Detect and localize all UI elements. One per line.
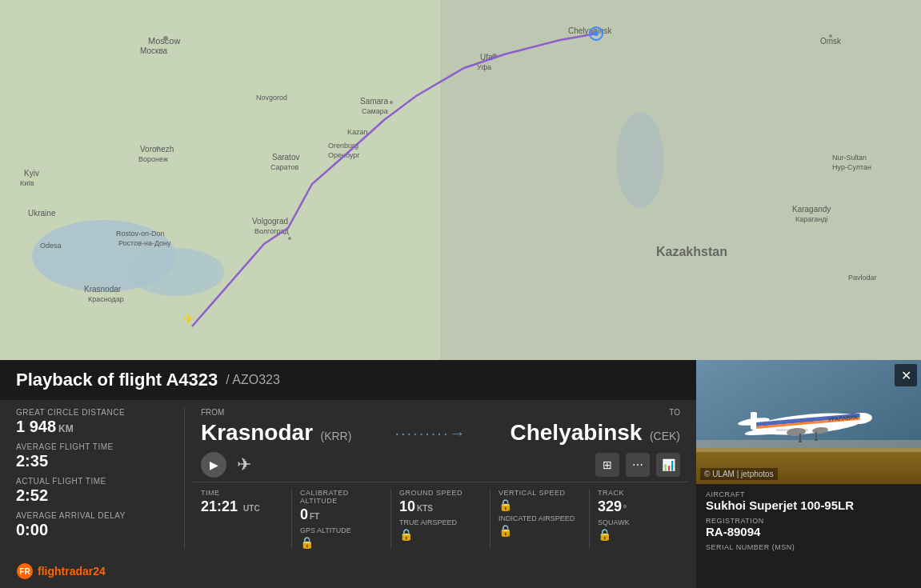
map-area[interactable]: Moscow Москва Voronezh Воронеж Kyiv Київ… bbox=[0, 0, 921, 360]
flight-subtitle: / AZO323 bbox=[226, 373, 280, 387]
registration-label: REGISTRATION bbox=[706, 517, 911, 525]
to-code: (CEK) bbox=[650, 430, 680, 442]
close-button[interactable]: ✕ bbox=[895, 364, 917, 386]
track-value: 329° bbox=[598, 498, 680, 515]
bottom-panel: Playback of flight A4323 / AZO323 GREAT … bbox=[0, 360, 696, 588]
svg-text:✈: ✈ bbox=[182, 311, 194, 327]
svg-point-37 bbox=[163, 36, 168, 41]
photo-credit: © ULAM | jetphotos bbox=[700, 468, 778, 480]
from-code: (KRR) bbox=[321, 430, 352, 442]
great-circle-stat: GREAT CIRCLE DISTANCE 1 948KM bbox=[16, 408, 168, 436]
svg-text:Краснодар: Краснодар bbox=[88, 295, 124, 303]
svg-point-43 bbox=[829, 34, 832, 38]
svg-text:Karagandy: Karagandy bbox=[792, 205, 831, 214]
avg-flight-value: 2:35 bbox=[16, 451, 168, 470]
play-button[interactable]: ▶ bbox=[201, 452, 226, 478]
grid-button[interactable]: ⊞ bbox=[595, 453, 619, 477]
svg-text:Krasnodar: Krasnodar bbox=[84, 285, 122, 294]
avg-arrival-label: AVERAGE ARRIVAL DELAY bbox=[16, 511, 168, 520]
svg-text:Самара: Самара bbox=[362, 107, 388, 115]
actual-flight-stat: ACTUAL FLIGHT TIME 2:52 bbox=[16, 477, 168, 505]
route-button[interactable]: ⋯ bbox=[626, 453, 650, 477]
svg-text:Odesa: Odesa bbox=[40, 242, 62, 250]
route-labels: FROM TO bbox=[193, 408, 688, 417]
flight-title: Playback of flight A4323 bbox=[16, 370, 218, 390]
from-airport: Krasnodar (KRR) bbox=[201, 420, 351, 446]
chart-button[interactable]: 📊 bbox=[656, 453, 680, 477]
registration-value: RA-89094 bbox=[706, 525, 911, 538]
aircraft-panel: УРАЛАВИА © ULAM | jetphotos ✕ AIRCRAFT S… bbox=[696, 360, 921, 588]
playback-controls: ▶ ✈ ⊞ ⋯ 📊 bbox=[193, 452, 688, 478]
svg-point-46 bbox=[594, 31, 599, 36]
avg-arrival-value: 0:00 bbox=[16, 520, 168, 539]
time-value: 21:21 UTC bbox=[201, 498, 283, 515]
svg-text:Volgograd: Volgograd bbox=[252, 217, 288, 226]
actual-flight-label: ACTUAL FLIGHT TIME bbox=[16, 477, 168, 486]
vert-speed-lock-icon: 🔒 bbox=[499, 498, 581, 511]
svg-text:Уфа: Уфа bbox=[477, 63, 491, 71]
vertical-speed-field: VERTICAL SPEED 🔒 INDICATED AIRSPEED 🔒 bbox=[491, 489, 590, 549]
route-arrow: ·········→ bbox=[394, 424, 467, 442]
avg-arrival-stat: AVERAGE ARRIVAL DELAY 0:00 bbox=[16, 511, 168, 539]
ground-speed-field: GROUND SPEED 10KTS TRUE AIRSPEED 🔒 bbox=[391, 489, 491, 549]
svg-text:Нур-Султан: Нур-Султан bbox=[832, 163, 871, 171]
svg-text:Ukraine: Ukraine bbox=[28, 209, 56, 218]
route-section: FROM TO Krasnodar (KRR) ·········→ Chely… bbox=[184, 408, 696, 549]
true-airspeed-lock-icon: 🔒 bbox=[399, 528, 482, 541]
to-city: Chelyabinsk bbox=[510, 420, 642, 445]
svg-text:Samara: Samara bbox=[360, 97, 388, 106]
aircraft-value: Sukhoi Superjet 100-95LR bbox=[706, 498, 911, 512]
svg-point-38 bbox=[156, 146, 159, 150]
fr24-logo: FR flightradar24 bbox=[16, 562, 106, 580]
svg-text:Київ: Київ bbox=[20, 179, 34, 187]
svg-text:Kyiv: Kyiv bbox=[24, 169, 39, 178]
svg-point-2 bbox=[128, 248, 224, 296]
svg-text:Воронеж: Воронеж bbox=[138, 155, 168, 163]
svg-text:Саратов: Саратов bbox=[270, 163, 298, 171]
track-field: TRACK 329° SQUAWK 🔒 bbox=[590, 489, 688, 549]
route-main: Krasnodar (KRR) ·········→ Chelyabinsk (… bbox=[193, 420, 688, 446]
data-fields: TIME 21:21 UTC CALIBRATED ALTITUDE 0FT G… bbox=[193, 482, 688, 549]
great-circle-value: 1 948KM bbox=[16, 417, 168, 436]
aircraft-label: AIRCRAFT bbox=[706, 490, 911, 498]
svg-text:Rostov-on-Don: Rostov-on-Don bbox=[116, 230, 165, 238]
squawk-lock-icon: 🔒 bbox=[598, 528, 680, 541]
cal-alt-value: 0FT bbox=[300, 506, 382, 523]
ind-airspeed-lock-icon: 🔒 bbox=[499, 524, 581, 537]
avg-flight-label: AVERAGE FLIGHT TIME bbox=[16, 442, 168, 451]
svg-text:Omsk: Omsk bbox=[820, 37, 842, 46]
svg-text:Kazan: Kazan bbox=[347, 128, 368, 136]
svg-text:FR: FR bbox=[19, 567, 30, 576]
stats-row: GREAT CIRCLE DISTANCE 1 948KM AVERAGE FL… bbox=[0, 400, 696, 549]
aircraft-photo: УРАЛАВИА © ULAM | jetphotos ✕ bbox=[696, 360, 921, 484]
gps-lock-icon: 🔒 bbox=[300, 536, 382, 549]
time-field: TIME 21:21 UTC bbox=[193, 489, 292, 549]
aircraft-info: AIRCRAFT Sukhoi Superjet 100-95LR REGIST… bbox=[696, 484, 921, 558]
to-airport: Chelyabinsk (CEK) bbox=[510, 420, 680, 446]
svg-text:Ростов-на-Дону: Ростов-на-Дону bbox=[118, 239, 171, 247]
serial-label: SERIAL NUMBER (MSN) bbox=[706, 543, 911, 551]
svg-text:Novgorod: Novgorod bbox=[256, 94, 287, 102]
ground-speed-value: 10KTS bbox=[399, 498, 482, 515]
great-circle-label: GREAT CIRCLE DISTANCE bbox=[16, 408, 168, 417]
logo-text: flightradar24 bbox=[38, 565, 106, 578]
svg-rect-51 bbox=[696, 440, 921, 452]
from-city: Krasnodar bbox=[201, 420, 313, 445]
svg-text:Москва: Москва bbox=[140, 46, 168, 55]
plane-icon: ✈ bbox=[237, 454, 251, 475]
svg-text:Pavlodar: Pavlodar bbox=[848, 274, 877, 282]
svg-text:Saratov: Saratov bbox=[272, 153, 299, 162]
svg-text:Nur-Sultan: Nur-Sultan bbox=[832, 154, 867, 162]
calibrated-altitude-field: CALIBRATED ALTITUDE 0FT GPS ALTITUDE 🔒 bbox=[292, 489, 391, 549]
left-stats: GREAT CIRCLE DISTANCE 1 948KM AVERAGE FL… bbox=[16, 408, 176, 549]
flight-title-bar: Playback of flight A4323 / AZO323 bbox=[0, 360, 696, 400]
svg-rect-4 bbox=[440, 0, 921, 360]
actual-flight-value: 2:52 bbox=[16, 486, 168, 505]
svg-text:Kazakhstan: Kazakhstan bbox=[656, 245, 727, 258]
svg-point-40 bbox=[390, 101, 393, 104]
svg-text:Карагандi: Карагандi bbox=[795, 215, 828, 223]
avg-flight-stat: AVERAGE FLIGHT TIME 2:35 bbox=[16, 442, 168, 470]
svg-point-39 bbox=[288, 237, 291, 240]
